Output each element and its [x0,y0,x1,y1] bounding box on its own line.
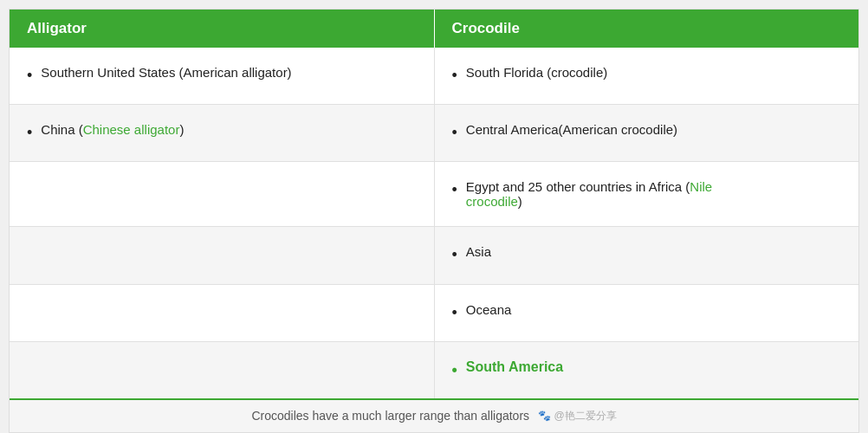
list-item: • South America [452,359,842,381]
table-row: • China (Chinese alligator) • Central Am… [10,105,858,162]
alligator-cell-1: • Southern United States (American allig… [10,48,435,104]
crocodile-cell-4: • Asia [435,227,859,283]
footer: Crocodiles have a much larger range than… [10,398,858,432]
crocodile-cell-6: • South America [435,342,859,398]
list-item: • Asia [452,244,842,266]
bullet-icon: • [452,122,457,144]
alligator-cell-2: • China (Chinese alligator) [10,105,435,161]
table-row: • Southern United States (American allig… [10,48,858,105]
green-text: Chinese alligator [83,122,180,137]
alligator-cell-3 [10,162,435,226]
item-text: South Florida (crocodile) [466,65,607,80]
item-text: Southern United States (American alligat… [41,65,291,80]
alligator-cell-6 [10,342,435,398]
item-text: Oceana [466,302,512,317]
table-row: • Oceana [10,285,858,342]
crocodile-cell-1: • South Florida (crocodile) [435,48,859,104]
alligator-cell-4 [10,227,435,283]
table-row: • South America [10,342,858,398]
list-item: • Southern United States (American allig… [27,65,417,87]
comparison-table: Alligator Crocodile • Southern United St… [9,9,859,433]
south-america-text: South America [466,359,563,375]
crocodile-cell-5: • Oceana [435,285,859,341]
list-item: • Egypt and 25 other countries in Africa… [452,179,842,209]
bullet-icon: • [452,244,457,266]
crocodile-cell-2: • Central America(American crocodile) [435,105,859,161]
item-text: Egypt and 25 other countries in Africa (… [466,179,712,209]
watermark: 🐾 @艳二爱分享 [538,409,617,423]
bullet-icon: • [452,179,457,201]
bullet-icon: • [27,65,32,87]
bullet-icon: • [452,302,457,324]
header-alligator: Alligator [10,10,435,48]
list-item: • South Florida (crocodile) [452,65,842,87]
bullet-icon: • [452,359,457,381]
footer-text: Crocodiles have a much larger range than… [251,409,529,423]
alligator-cell-5 [10,285,435,341]
item-text: Central America(American crocodile) [466,122,677,137]
crocodile-cell-3: • Egypt and 25 other countries in Africa… [435,162,859,226]
table-row: • Asia [10,227,858,284]
green-text: Nilecrocodile [466,179,712,209]
table-row: • Egypt and 25 other countries in Africa… [10,162,858,227]
table-header: Alligator Crocodile [10,10,858,48]
bullet-icon: • [27,122,32,144]
item-text: Asia [466,244,491,259]
item-text: China (Chinese alligator) [41,122,184,137]
list-item: • Central America(American crocodile) [452,122,842,144]
header-crocodile: Crocodile [435,10,859,48]
list-item: • Oceana [452,302,842,324]
bullet-icon: • [452,65,457,87]
list-item: • China (Chinese alligator) [27,122,417,144]
